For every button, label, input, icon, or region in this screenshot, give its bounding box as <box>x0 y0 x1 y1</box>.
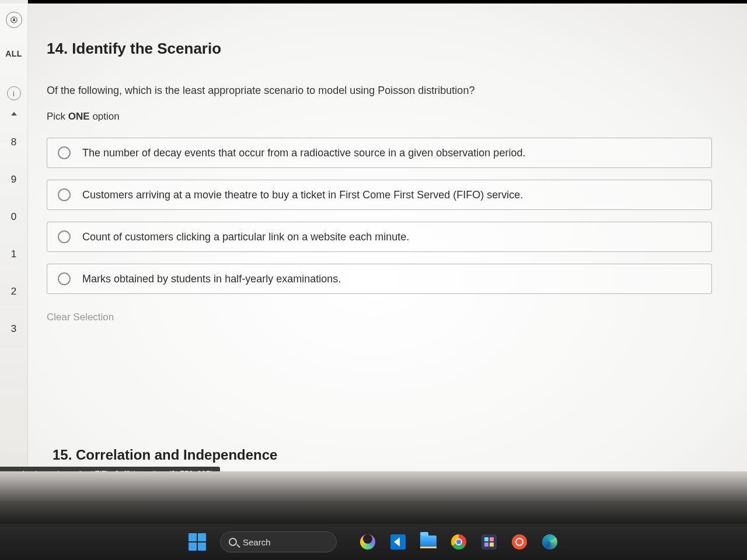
option-text: Marks obtained by students in half-yearl… <box>82 273 341 285</box>
option-text: Customers arriving at a movie theatre to… <box>82 189 523 201</box>
question-prompt: Of the following, which is the least app… <box>47 85 712 97</box>
search-icon <box>229 538 237 546</box>
instruction-suffix: option <box>90 111 120 122</box>
option-text: The number of decay events that occur fr… <box>82 147 525 159</box>
photo-top-border <box>0 0 747 4</box>
option-text: Count of customers clicking a particular… <box>82 231 409 243</box>
instruction-prefix: Pick <box>47 111 68 122</box>
copilot-icon[interactable] <box>359 533 376 551</box>
question-nav-item[interactable]: 9 <box>0 174 27 186</box>
question-nav-item[interactable]: 0 <box>0 211 27 223</box>
radio-icon[interactable] <box>58 230 71 243</box>
question-nav-item[interactable]: 3 <box>0 323 27 335</box>
pick-instruction: Pick ONE option <box>47 111 712 123</box>
question-nav-item[interactable]: 1 <box>0 249 27 260</box>
taskbar-pinned-apps <box>359 533 558 551</box>
answer-option[interactable]: Count of customers clicking a particular… <box>47 222 712 252</box>
edge-icon[interactable] <box>541 533 558 551</box>
clear-selection-button[interactable]: Clear Selection <box>47 312 114 323</box>
info-icon[interactable]: i <box>7 86 21 100</box>
windows-taskbar: Search <box>0 524 747 560</box>
chrome-icon[interactable] <box>450 533 467 551</box>
question-nav-item[interactable]: 8 <box>0 136 27 148</box>
compass-icon[interactable] <box>6 12 22 28</box>
photo-shadow-gradient <box>0 471 747 524</box>
answer-option[interactable]: Marks obtained by students in half-yearl… <box>47 264 712 294</box>
radio-icon[interactable] <box>58 272 71 285</box>
question-content: 14. Identify the Scenario Of the followi… <box>47 40 712 323</box>
instruction-emphasis: ONE <box>68 111 90 122</box>
git-icon[interactable] <box>511 533 528 551</box>
svg-marker-1 <box>13 18 15 21</box>
file-explorer-icon[interactable] <box>420 533 437 551</box>
radio-icon[interactable] <box>58 188 71 201</box>
question-title: 14. Identify the Scenario <box>47 40 712 58</box>
vscode-icon[interactable] <box>389 533 407 551</box>
microsoft-store-icon[interactable] <box>480 533 498 551</box>
question-nav-sidebar: ALL i 8 9 0 1 2 3 <box>0 0 28 490</box>
radio-icon[interactable] <box>58 146 71 159</box>
question-nav-item[interactable]: 2 <box>0 286 27 298</box>
all-filter-label[interactable]: ALL <box>5 49 22 58</box>
search-label: Search <box>243 537 271 547</box>
start-button[interactable] <box>189 533 206 551</box>
next-question-title: 15. Correlation and Independence <box>53 447 277 463</box>
scroll-up-arrow[interactable] <box>11 112 17 116</box>
taskbar-search[interactable]: Search <box>220 531 337 552</box>
answer-option[interactable]: The number of decay events that occur fr… <box>47 138 712 168</box>
answer-option[interactable]: Customers arriving at a movie theatre to… <box>47 180 712 210</box>
